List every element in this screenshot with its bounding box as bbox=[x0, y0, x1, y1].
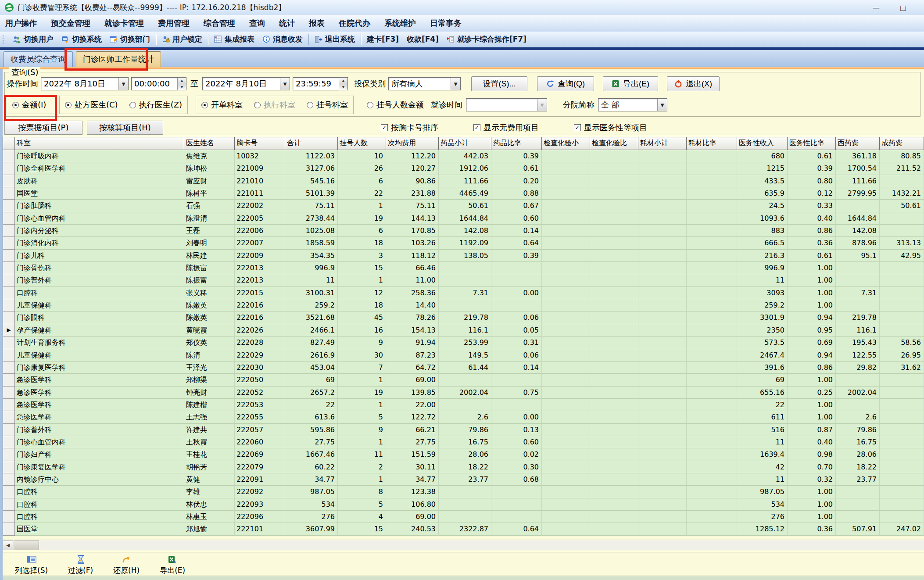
row-selector[interactable] bbox=[3, 262, 15, 274]
menu-item-3[interactable]: 就诊卡管理 bbox=[104, 17, 145, 29]
row-selector[interactable] bbox=[3, 287, 15, 299]
tab-outpatient-doctor-workload[interactable]: 门诊医师工作量统计 bbox=[76, 51, 161, 67]
dropdown-arrow-icon[interactable]: ▼ bbox=[451, 78, 460, 90]
horizontal-scrollbar[interactable]: ◀ bbox=[3, 540, 924, 550]
time-from-spinner[interactable]: 00:00:00 ▲ ▲ bbox=[131, 77, 186, 90]
table-row[interactable]: ▶孕产保健科黄晓霞2220262466.116154.13116.10.0523… bbox=[3, 324, 924, 337]
column-header[interactable]: 药品小计 bbox=[439, 137, 491, 150]
filter-button[interactable]: 过滤(F) bbox=[68, 554, 93, 576]
table-row[interactable]: 儿童保健科陈清2220292616.93087.23149.50.062467.… bbox=[3, 349, 924, 362]
message-button[interactable]: 消息收发 bbox=[258, 34, 307, 44]
radio-prescribing-doctor[interactable]: 处方医生(C) bbox=[65, 100, 118, 110]
spin-down-icon[interactable]: ▲ bbox=[339, 84, 347, 90]
column-header[interactable]: 合计 bbox=[285, 137, 338, 150]
row-selector[interactable] bbox=[3, 175, 15, 187]
table-row[interactable]: 计划生育服务科郑仪英222028827.49991.94253.990.3157… bbox=[3, 337, 924, 349]
table-row[interactable]: 口腔科林伏忠2220935345106.805341.00 bbox=[3, 498, 924, 511]
dropdown-arrow-icon[interactable]: ▼ bbox=[657, 99, 667, 111]
column-header[interactable]: 胸卡号 bbox=[235, 137, 285, 150]
dropdown-arrow-icon[interactable]: ▼ bbox=[280, 78, 290, 90]
restore-button[interactable]: 还原(H) bbox=[113, 554, 140, 576]
dropdown-arrow-icon[interactable]: ▼ bbox=[118, 78, 128, 90]
row-selector[interactable] bbox=[3, 486, 15, 498]
checkbox-icon[interactable]: ✓ bbox=[473, 124, 480, 131]
row-selector[interactable] bbox=[3, 212, 15, 225]
table-row[interactable]: 门诊消化内科刘春明2220071858.5918103.261192.090.6… bbox=[3, 237, 924, 249]
exit-system-button[interactable]: 退出系统 bbox=[311, 34, 359, 44]
row-selector[interactable] bbox=[3, 362, 15, 374]
row-selector[interactable] bbox=[3, 225, 15, 237]
current-row-marker[interactable]: ▶ bbox=[3, 324, 15, 337]
row-selector[interactable] bbox=[3, 387, 15, 399]
menu-item-9[interactable]: 住院代办 bbox=[338, 17, 371, 29]
row-selector[interactable] bbox=[3, 237, 15, 249]
row-selector[interactable] bbox=[3, 337, 15, 349]
row-selector[interactable] bbox=[3, 374, 15, 386]
by-receipt-items-tab[interactable]: 按票据项目(P) bbox=[4, 121, 82, 135]
column-header[interactable]: 药品比率 bbox=[491, 137, 542, 150]
table-row[interactable]: 口腔科林惠玉222096276469.002761.00 bbox=[3, 511, 924, 523]
row-selector[interactable] bbox=[3, 523, 15, 535]
branch-select[interactable]: 全 部 ▼ bbox=[598, 98, 667, 111]
radio-registration-count-amount[interactable]: 挂号人数金额 bbox=[367, 100, 424, 110]
column-header[interactable]: 检查化验小 bbox=[542, 137, 590, 150]
table-row[interactable]: 门诊内分泌科王磊2220061025.086170.85142.080.1488… bbox=[3, 225, 924, 237]
switch-user-button[interactable]: 切换用户 bbox=[8, 34, 57, 44]
table-row[interactable]: 门诊肛肠科石强22200275.11175.1150.610.6724.50.3… bbox=[3, 200, 924, 212]
table-row[interactable]: 急诊医学科郑柳渠22205069169.00691.00 bbox=[3, 374, 924, 386]
table-row[interactable]: 门诊普外科许建共222057595.86966.2179.860.135160.… bbox=[3, 424, 924, 436]
row-selector[interactable] bbox=[3, 187, 15, 200]
export-bottom-button[interactable]: 导出(E) bbox=[160, 554, 185, 576]
column-header[interactable]: 次均费用 bbox=[386, 137, 439, 150]
card-comprehensive-operation-button[interactable]: 就诊卡综合操作[F7] bbox=[443, 34, 530, 44]
table-row[interactable]: 国医堂郑旭愉2221013607.9915240.532322.870.6412… bbox=[3, 523, 924, 535]
table-row[interactable]: 急诊医学科钟亮财2220522657.219139.852002.040.756… bbox=[3, 387, 924, 399]
table-row[interactable]: 内镜诊疗中心黄健22209134.77134.7723.770.68110.32… bbox=[3, 473, 924, 486]
column-header[interactable]: 医务性收入 bbox=[737, 137, 788, 150]
menu-item-7[interactable]: 统计 bbox=[278, 17, 296, 29]
column-header[interactable]: 科室 bbox=[15, 137, 184, 150]
switch-system-button[interactable]: 切换系统 bbox=[57, 34, 106, 44]
maximize-button[interactable]: □ bbox=[900, 4, 906, 12]
spin-up-icon[interactable]: ▲ bbox=[178, 78, 186, 84]
row-selector[interactable] bbox=[3, 498, 15, 511]
column-header[interactable]: 西药费 bbox=[836, 137, 880, 150]
menu-item-5[interactable]: 综合管理 bbox=[203, 17, 236, 29]
table-row[interactable]: 急诊医学科王志强222055613.65122.722.60.006111.00… bbox=[3, 411, 924, 423]
column-header[interactable]: 耗材小计 bbox=[638, 137, 687, 150]
integrated-report-button[interactable]: 集成报表 bbox=[210, 34, 258, 44]
row-selector[interactable] bbox=[3, 349, 15, 362]
export-button[interactable]: 导出(E) bbox=[603, 76, 658, 91]
radio-ordering-dept[interactable]: 开单科室 bbox=[201, 100, 243, 110]
table-row[interactable]: 门诊骨伤科陈振富222013996.91566.46996.91.00 bbox=[3, 262, 924, 274]
menu-item-1[interactable]: 用户操作 bbox=[4, 17, 38, 29]
menu-item-10[interactable]: 系统维护 bbox=[383, 17, 417, 29]
row-selector[interactable] bbox=[3, 411, 15, 423]
table-row[interactable]: 急诊医学科陈建楷22205322122.00221.00 bbox=[3, 399, 924, 411]
radio-executing-doctor[interactable]: 执行医生(Z) bbox=[129, 100, 182, 110]
row-selector[interactable] bbox=[3, 162, 15, 175]
collect-payment-button[interactable]: 收款[F4] bbox=[403, 34, 443, 44]
scroll-left-button[interactable]: ◀ bbox=[3, 541, 13, 550]
column-header[interactable]: 耗材比率 bbox=[687, 137, 737, 150]
row-selector[interactable] bbox=[3, 436, 15, 448]
table-row[interactable]: 门诊康复医学科王泽光222030453.04764.7261.440.14391… bbox=[3, 362, 924, 374]
user-lock-button[interactable]: 用户锁定 bbox=[158, 34, 206, 44]
table-row[interactable]: 门诊呼吸内科焦维克100321122.0310112.20442.030.396… bbox=[3, 150, 924, 162]
table-row[interactable]: 国医堂陈树平2210115101.3922231.884465.490.8863… bbox=[3, 187, 924, 200]
by-accounting-items-tab[interactable]: 按核算项目(H) bbox=[87, 121, 163, 135]
table-row[interactable]: 门诊妇产科王桂花2220691667.4611151.5928.060.0216… bbox=[3, 448, 924, 461]
row-selector[interactable] bbox=[3, 311, 15, 324]
query-button[interactable]: 查询(Q) bbox=[537, 76, 594, 91]
row-selector[interactable] bbox=[3, 299, 15, 311]
table-row[interactable]: 皮肤科雷应财221010545.16690.86111.660.20433.50… bbox=[3, 175, 924, 187]
table-row[interactable]: 门诊儿科林民建222009354.353118.12138.050.39216.… bbox=[3, 250, 924, 262]
date-to-picker[interactable]: 2022年 8月10日 ▼ bbox=[202, 77, 290, 90]
toolbar-grip[interactable] bbox=[3, 35, 5, 44]
column-header[interactable]: 挂号人数 bbox=[338, 137, 386, 150]
column-select-button[interactable]: 列选择(S) bbox=[15, 554, 48, 576]
table-row[interactable]: 口腔科张义稀2220153100.3112258.367.310.0030931… bbox=[3, 287, 924, 299]
table-row[interactable]: 门诊心血管内科陈澄清2220052738.4419144.131644.840.… bbox=[3, 212, 924, 225]
menu-item-11[interactable]: 日常事务 bbox=[429, 17, 462, 29]
row-selector[interactable] bbox=[3, 250, 15, 262]
